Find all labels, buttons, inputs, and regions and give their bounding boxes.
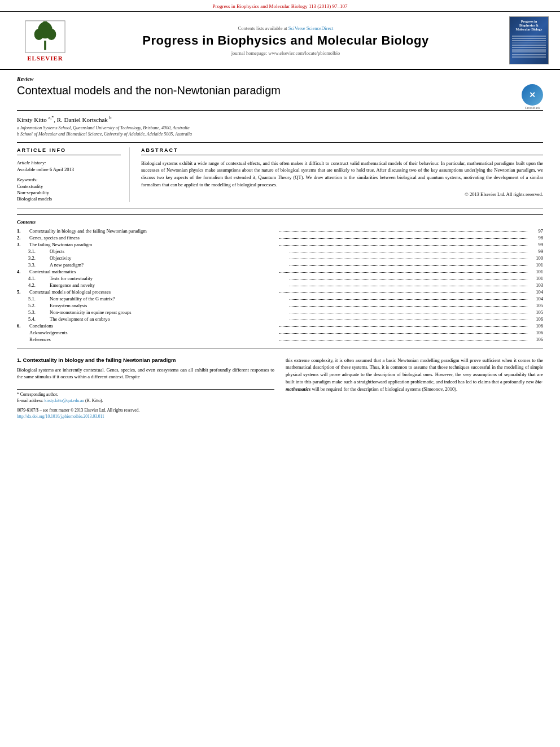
toc-item-5-3: 5.3. Non-monotonicity in equine repeat g… [17,309,543,315]
toc-sub-num: 4.1. [28,276,50,281]
article-info-col: ARTICLE INFO Article history: Available … [17,147,130,202]
sciverse-link[interactable]: SciVerse ScienceDirect [288,25,334,31]
toc-page: 104 [529,296,543,302]
article-main: Review Contextual models and the non-New… [0,70,560,426]
toc-item-4-1: 4.1. Tests for contextuality 101 [17,276,543,281]
toc-page: 106 [529,330,543,335]
doi-link[interactable]: http://dx.doi.org/10.1016/j.pbiomolbio.2… [17,414,104,419]
sciverse-line: Contents lists available at SciVerse Sci… [85,25,487,31]
footnote-doi: http://dx.doi.org/10.1016/j.pbiomolbio.2… [17,414,274,419]
svg-rect-2 [44,40,46,50]
toc-sub-num: 5.2. [28,303,50,308]
review-label: Review [17,76,543,82]
body-section-1: 1. Contextuality in biology and the fail… [17,357,543,421]
toc-page: 98 [529,235,543,241]
toc-page: 99 [529,242,543,247]
elsevier-logo-area: ELSEVIER [11,20,79,62]
journal-header: ELSEVIER Contents lists available at Sci… [0,12,560,70]
toc-page: 103 [529,282,543,288]
cover-title-text: Progress inBiophysics &Molecular Biology [515,20,542,32]
crossmark-label: CrossMark [522,106,543,110]
section-1-heading: 1. Contextuality in biology and the fail… [17,357,274,363]
journal-cover-area: Progress inBiophysics &Molecular Biology [492,16,549,64]
affiliation-b: b School of Molecular and Biomedical Sci… [17,132,543,137]
history-value: Available online 6 April 2013 [17,167,121,172]
abstract-col: ABSTRACT Biological systems exhibit a wi… [141,147,543,202]
toc-sub-num: 3.1. [28,248,50,254]
keywords-label: Keywords: [17,177,121,182]
authors-line: Kirsty Kitto a,*, R. Daniel Kortschak b [17,115,543,123]
toc-page: 99 [529,248,543,254]
toc-title-text: References [29,337,278,342]
toc-num: 4. [17,269,29,274]
article-info-header: ARTICLE INFO [17,147,121,155]
elsevier-wordmark: ELSEVIER [27,55,63,62]
article-title: Contextual models and the non-Newtonian … [17,84,513,97]
toc-title-text: Tests for contextuality [50,276,288,281]
contents-title: Contents [17,219,543,225]
toc-item-6: 6. Conclusions 106 [17,323,543,329]
toc-num: 5. [17,289,29,295]
toc-sub-num: 5.4. [28,316,50,322]
keyword-1: Contextuality [17,184,121,189]
toc-item-2: 2. Genes, species and fitness 98 [17,235,543,241]
body-right-col: this extreme complexity, it is often ass… [286,357,543,421]
journal-homepage: journal homepage: www.elsevier.com/locat… [85,50,487,56]
footnote-email: E-mail address: kirsty.kitto@qut.edu.au … [17,398,274,403]
toc-sub-num: 3.3. [28,262,50,268]
section-1-left-text: Biological systems are inherently contex… [17,366,274,381]
toc-title-text: Contextual mathematics [29,269,278,274]
toc-sub-num: 3.2. [28,255,50,261]
toc-item-3-3: 3.3. A new paradigm? 101 [17,262,543,268]
toc-title-text: Acknowledgements [29,330,278,335]
svg-point-5 [47,28,56,40]
journal-cover-image: Progress inBiophysics &Molecular Biology [509,16,549,64]
toc-title-text: Non-monotonicity in equine repeat groups [50,309,288,315]
keyword-2: Non-separability [17,190,121,195]
body-left-col: 1. Contextuality in biology and the fail… [17,357,274,421]
footnote-corresponding: * Corresponding author. [17,392,274,397]
journal-citation: Progress in Biophysics and Molecular Bio… [212,3,347,9]
journal-title: Progress in Biophysics and Molecular Bio… [85,33,487,48]
footnote-area: * Corresponding author. E-mail address: … [17,389,274,419]
toc-num: 3. [17,242,29,247]
keyword-3: Biological models [17,196,121,202]
toc-item-ref: References 106 [17,337,543,342]
abstract-header: ABSTRACT [141,147,543,155]
toc-title-text: Contextuality in biology and the failing… [29,228,278,234]
toc-item-5-1: 5.1. Non-separability of the G matrix? 1… [17,296,543,302]
author-names: Kirsty Kitto a,*, R. Daniel Kortschak b [17,116,112,123]
history-label: Article history: [17,160,121,165]
toc-page: 106 [529,337,543,342]
toc-title-text: A new paradigm? [50,262,288,268]
toc-item-3: 3. The failing Newtonian paradigm 99 [17,242,543,247]
toc-item-5-2: 5.2. Ecosystem analysis 105 [17,303,543,308]
toc-title-text: Genes, species and fitness [29,235,278,241]
toc-title-text: Non-separability of the G matrix? [50,296,288,302]
footnote-issn: 0079-6107/$ – see front matter © 2013 El… [17,408,274,413]
toc-title-text: The development of an embryo [50,316,288,322]
toc-item-3-2: 3.2. Objectivity 100 [17,255,543,261]
toc-item-5-4: 5.4. The development of an embryo 106 [17,316,543,322]
abstract-copyright: © 2013 Elsevier Ltd. All rights reserved… [141,191,543,197]
article-title-section: Contextual models and the non-Newtonian … [17,84,543,111]
top-journal-bar: Progress in Biophysics and Molecular Bio… [0,0,560,12]
toc-title-text: Objects [50,248,288,254]
toc-title-text: The failing Newtonian paradigm [29,242,278,247]
toc-page: 106 [529,323,543,329]
toc-page: 106 [529,316,543,322]
abstract-text: Biological systems exhibit a wide range … [141,160,543,189]
toc-title-text: Contextual models of biological processe… [29,289,278,295]
toc-page: 105 [529,303,543,308]
toc-sub-num: 5.3. [28,309,50,315]
svg-point-4 [34,28,44,40]
toc-item-4: 4. Contextual mathematics 101 [17,269,543,274]
toc-sub-num: 5.1. [28,296,50,302]
article-info-abstract-section: ARTICLE INFO Article history: Available … [17,147,543,208]
toc-page: 101 [529,269,543,274]
toc-sub-num: 4.2. [28,282,50,288]
contents-section: Contents 1. Contextuality in biology and… [17,214,543,348]
toc-page: 104 [529,289,543,295]
toc-num: 2. [17,235,29,241]
email-link[interactable]: kirsty.kitto@qut.edu.au [45,398,84,403]
